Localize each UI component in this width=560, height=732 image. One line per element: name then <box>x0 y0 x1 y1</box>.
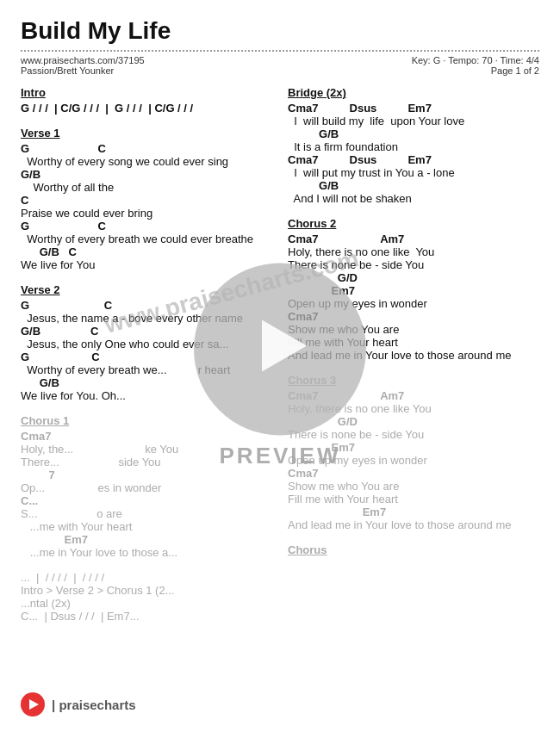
c3-lyric6: And lead me in Your love to those around… <box>288 518 539 531</box>
v2-chord2: G/B C <box>21 325 271 338</box>
chorus1-section: Chorus 1 Cma7 Holy, the... ke You There.… <box>21 414 271 559</box>
verse2-title: Verse 2 <box>21 283 271 296</box>
v1-lyric5: We live for You <box>21 258 271 271</box>
v2-chord4: G/B <box>21 376 271 389</box>
meta-row: www.praisecharts.com/37195 Passion/Brett… <box>21 55 539 76</box>
chorus-label-section: Chorus <box>288 543 539 556</box>
c1-lyric3: Op... es in wonder <box>21 481 271 494</box>
c2-lyric3: Open up my eyes in wonder <box>288 297 539 310</box>
chorus-label: Chorus <box>288 543 539 556</box>
verse1-section: Verse 1 G C Worthy of every song we coul… <box>21 127 271 271</box>
columns: Intro G / / / | C/G / / / | G / / / | C/… <box>21 86 539 623</box>
v1-chord5: G/B C <box>21 245 271 258</box>
c1-lyric2: There... side You <box>21 456 271 468</box>
right-column: Bridge (2x) Cma7 Dsus Em7 I will build m… <box>288 86 539 623</box>
footer-brand: | praisecharts <box>52 698 136 712</box>
v2-chord3: G C <box>21 350 271 363</box>
v1-chord4: G C <box>21 220 271 233</box>
chorus2-title: Chorus 2 <box>288 217 539 230</box>
c2-lyric1: Holy, there is no one like You <box>288 245 539 258</box>
br-chord2: G/B <box>288 127 539 140</box>
divider <box>21 50 539 52</box>
c1-chord4: Em7 <box>21 533 271 546</box>
v2-chord1: G C <box>21 299 271 312</box>
br-chord1: Cma7 Dsus Em7 <box>288 102 539 115</box>
c3-chord2: G/D <box>288 415 539 428</box>
left-column: Intro G / / / | C/G / / / | G / / / | C/… <box>21 86 271 623</box>
br-lyric4: And I will not be shaken <box>288 192 539 205</box>
c1-chord3: C... <box>21 494 271 507</box>
c3-chord4: Cma7 <box>288 467 539 480</box>
br-lyric2: It is a firm foundation <box>288 140 539 153</box>
page: Build My Life www.praisecharts.com/37195… <box>0 0 560 732</box>
br-chord3: Cma7 Dsus Em7 <box>288 153 539 166</box>
arr-line4: C... | Dsus / / / | Em7... <box>21 610 271 623</box>
v1-chord1: G C <box>21 142 271 155</box>
c3-lyric4: Show me who You are <box>288 480 539 493</box>
v2-lyric1: Jesus, the name a - bove every other nam… <box>21 312 271 325</box>
v1-lyric2: Worthy of all the <box>21 181 271 194</box>
footer-play-icon <box>29 699 39 710</box>
c1-chord1: Cma7 <box>21 430 271 443</box>
br-chord4: G/B <box>288 179 539 192</box>
c3-lyric2: There is none be - side You <box>288 428 539 441</box>
c2-lyric5: Fill me with Your heart <box>288 336 539 349</box>
footer-logo <box>21 692 45 716</box>
c2-chord3: Em7 <box>288 284 539 297</box>
bridge-section: Bridge (2x) Cma7 Dsus Em7 I will build m… <box>288 86 539 205</box>
c3-lyric3: Open up my eyes in wonder <box>288 454 539 467</box>
br-lyric1: I will build my life upon Your love <box>288 115 539 127</box>
song-title: Build My Life <box>21 17 539 45</box>
arr-line3: ...ntal (2x) <box>21 597 271 610</box>
c2-lyric6: And lead me in Your love to those around… <box>288 349 539 362</box>
chorus3-title: Chorus 3 <box>288 374 539 387</box>
c3-lyric5: Fill me with Your heart <box>288 493 539 506</box>
verse1-title: Verse 1 <box>21 127 271 140</box>
c2-lyric2: There is none be - side You <box>288 258 539 271</box>
c1-lyric5: ...me with Your heart <box>21 520 271 533</box>
v1-chord3: C <box>21 194 271 207</box>
song-url: www.praisecharts.com/37195 <box>21 55 145 65</box>
c3-chord3: Em7 <box>288 441 539 454</box>
c1-chord2: 7 <box>21 468 271 481</box>
intro-line: G / / / | C/G / / / | G / / / | C/G / / … <box>21 102 271 115</box>
arrangement-section: ... | / / / / | / / / / Intro > Verse 2 … <box>21 571 271 623</box>
c2-chord1: Cma7 Am7 <box>288 233 539 245</box>
arr-line2: Intro > Verse 2 > Chorus 1 (2... <box>21 584 271 597</box>
v2-lyric4: We live for You. Oh... <box>21 389 271 402</box>
c3-chord1: Cma7 Am7 <box>288 389 539 402</box>
page-number: Page 1 of 2 <box>491 65 539 76</box>
meta-left: www.praisecharts.com/37195 Passion/Brett… <box>21 55 145 76</box>
c2-chord2: G/D <box>288 271 539 284</box>
c1-lyric6: ...me in Your love to those a... <box>21 546 271 559</box>
c3-chord5: Em7 <box>288 506 539 518</box>
arr-line1: ... | / / / / | / / / / <box>21 571 271 584</box>
chorus2-section: Chorus 2 Cma7 Am7 Holy, there is no one … <box>288 217 539 362</box>
c2-lyric4: Show me who You are <box>288 323 539 336</box>
v1-chord2: G/B <box>21 168 271 181</box>
v1-lyric1: Worthy of every song we could ever sing <box>21 155 271 168</box>
bridge-title: Bridge (2x) <box>288 86 539 99</box>
verse2-section: Verse 2 G C Jesus, the name a - bove eve… <box>21 283 271 402</box>
c2-chord4: Cma7 <box>288 310 539 323</box>
key-tempo-time: Key: G · Tempo: 70 · Time: 4/4 <box>412 55 539 65</box>
c1-lyric4: S... o are <box>21 507 271 520</box>
v1-lyric4: Worthy of every breath we could ever bre… <box>21 233 271 245</box>
intro-title: Intro <box>21 86 271 99</box>
v2-lyric2: Jesus, the only One who could ever sa... <box>21 338 271 350</box>
intro-section: Intro G / / / | C/G / / / | G / / / | C/… <box>21 86 271 115</box>
br-lyric3: I will put my trust in You a - lone <box>288 166 539 179</box>
song-author: Passion/Brett Younker <box>21 65 145 76</box>
chorus3-section: Chorus 3 Cma7 Am7 Holy, there is no one … <box>288 374 539 531</box>
chorus1-title: Chorus 1 <box>21 414 271 427</box>
c1-lyric1: Holy, the... ke You <box>21 443 271 456</box>
v1-lyric3: Praise we could ever bring <box>21 207 271 220</box>
c3-lyric1: Holy, there is no one like You <box>288 402 539 415</box>
footer: | praisecharts <box>21 692 539 716</box>
v2-lyric3: Worthy of every breath we... r heart <box>21 363 271 376</box>
meta-right: Key: G · Tempo: 70 · Time: 4/4 Page 1 of… <box>412 55 539 76</box>
